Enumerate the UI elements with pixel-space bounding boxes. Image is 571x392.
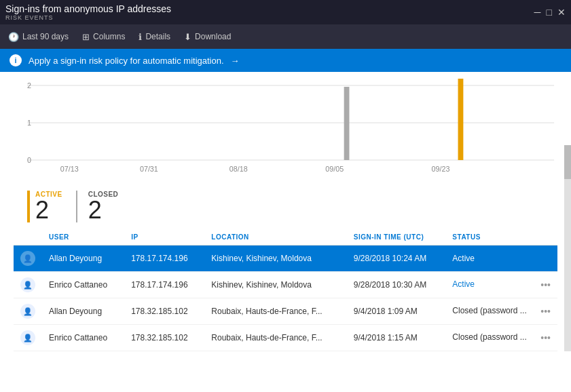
toolbar-download[interactable]: ⬇ Download [184,32,231,42]
table-row[interactable]: 👤Allan Deyoung178.32.185.102Roubaix, Hau… [14,298,557,325]
cell-user: Enrico Cattaneo [42,325,124,351]
cell-status: Active [445,246,557,272]
cell-location: Roubaix, Hauts-de-France, F... [204,325,347,351]
title-bar: Sign-ins from anonymous IP addresses RIS… [0,0,571,24]
avatar-icon: 👤 [20,330,35,345]
status-badge: Active [452,279,475,289]
row-menu-button[interactable]: ••• [540,332,551,343]
svg-rect-11 [344,87,350,160]
toolbar-last90[interactable]: 🕐 Last 90 days [8,32,69,42]
table-row[interactable]: 👤Enrico Cattaneo178.32.185.102Roubaix, H… [14,325,557,351]
chart-area: 2 1 0 07/13 07/31 08/18 09/05 09/23 [0,72,571,184]
columns-icon: ⊞ [82,32,90,42]
svg-text:07/31: 07/31 [140,165,158,173]
maximize-icon[interactable]: □ [547,7,552,18]
stat-closed-value: 2 [88,198,102,222]
col-avatar [14,229,42,246]
svg-text:08/18: 08/18 [229,165,248,173]
banner-text: Apply a sign-in risk policy for automati… [29,56,224,66]
toolbar-details[interactable]: ℹ Details [139,32,170,42]
col-signin-time[interactable]: SIGN-IN TIME (UTC) [347,229,446,246]
svg-text:09/05: 09/05 [325,165,344,173]
stats-row: ACTIVE 2 CLOSED 2 [0,184,571,229]
toolbar-columns-label: Columns [93,32,125,41]
svg-text:07/13: 07/13 [60,165,79,173]
window-controls[interactable]: ─ □ ✕ [534,7,566,18]
col-user[interactable]: USER [42,229,124,246]
toolbar: 🕐 Last 90 days ⊞ Columns ℹ Details ⬇ Dow… [0,24,571,49]
svg-rect-12 [458,79,464,160]
data-table: USER IP LOCATION SIGN-IN TIME (UTC) STAT… [14,229,557,351]
cell-location: Roubaix, Hauts-de-France, F... [204,298,347,325]
stat-active-value: 2 [35,198,49,222]
avatar-icon: 👤 [20,251,35,266]
cell-user: Allan Deyoung [42,298,124,325]
clock-icon: 🕐 [8,32,19,42]
close-icon[interactable]: ✕ [557,7,566,18]
scrollbar-thumb[interactable] [564,145,571,179]
stat-closed: CLOSED 2 [76,191,132,222]
cell-signin-time: 9/4/2018 1:09 AM [347,298,446,325]
cell-status: Closed (password ... ••• [445,298,557,325]
cell-ip: 178.17.174.196 [124,272,204,298]
avatar-cell: 👤 [14,298,42,325]
col-status[interactable]: STATUS [445,229,557,246]
cell-status: Closed (password ... ••• [445,325,557,351]
toolbar-details-label: Details [145,32,170,41]
avatar-cell: 👤 [14,246,42,272]
toolbar-columns[interactable]: ⊞ Columns [82,32,125,42]
svg-text:09/23: 09/23 [432,165,450,173]
cell-signin-time: 9/28/2018 10:24 AM [347,246,446,272]
avatar-cell: 👤 [14,325,42,351]
svg-text:1: 1 [27,119,31,127]
minimize-icon[interactable]: ─ [534,7,541,18]
window-subtitle: RISK EVENTS [5,14,171,21]
cell-location: Kishinev, Kishinev, Moldova [204,272,347,298]
stat-active: ACTIVE 2 [27,191,76,222]
cell-user: Enrico Cattaneo [42,272,124,298]
cell-ip: 178.32.185.102 [124,298,204,325]
info-banner[interactable]: i Apply a sign-in risk policy for automa… [0,49,571,72]
window-title: Sign-ins from anonymous IP addresses [5,3,171,14]
toolbar-download-label: Download [195,32,231,41]
banner-link[interactable]: → [231,56,240,66]
cell-signin-time: 9/4/2018 1:15 AM [347,325,446,351]
table-header-row: USER IP LOCATION SIGN-IN TIME (UTC) STAT… [14,229,557,246]
svg-text:2: 2 [27,81,31,90]
cell-status: Active ••• [445,272,557,298]
toolbar-last90-label: Last 90 days [22,32,69,41]
cell-signin-time: 9/28/2018 10:30 AM [347,272,446,298]
col-ip[interactable]: IP [124,229,204,246]
row-menu-button[interactable]: ••• [540,279,551,290]
info-icon: ℹ [139,32,142,42]
cell-ip: 178.32.185.102 [124,325,204,351]
table-row[interactable]: 👤Enrico Cattaneo178.17.174.196Kishinev, … [14,272,557,298]
avatar-icon: 👤 [20,277,35,292]
main-content: 2 1 0 07/13 07/31 08/18 09/05 09/23 ACTI… [0,72,571,351]
status-badge: Closed (password ... [452,332,526,342]
cell-location: Kishinev, Kishinev, Moldova [204,246,347,272]
table-row[interactable]: 👤Allan Deyoung178.17.174.196Kishinev, Ki… [14,246,557,272]
title-bar-info: Sign-ins from anonymous IP addresses RIS… [5,3,171,21]
table-container: USER IP LOCATION SIGN-IN TIME (UTC) STAT… [0,229,571,351]
status-badge: Closed (password ... [452,306,526,315]
chart-svg: 2 1 0 07/13 07/31 08/18 09/05 09/23 [27,79,557,174]
scrollbar[interactable] [564,145,571,351]
cell-ip: 178.17.174.196 [124,246,204,272]
cell-user: Allan Deyoung [42,246,124,272]
avatar-cell: 👤 [14,272,42,298]
download-icon: ⬇ [184,32,191,42]
row-menu-button[interactable]: ••• [540,306,551,317]
banner-info-icon: i [10,54,22,66]
col-location[interactable]: LOCATION [204,229,347,246]
svg-text:0: 0 [27,156,31,164]
avatar-icon: 👤 [20,304,35,319]
